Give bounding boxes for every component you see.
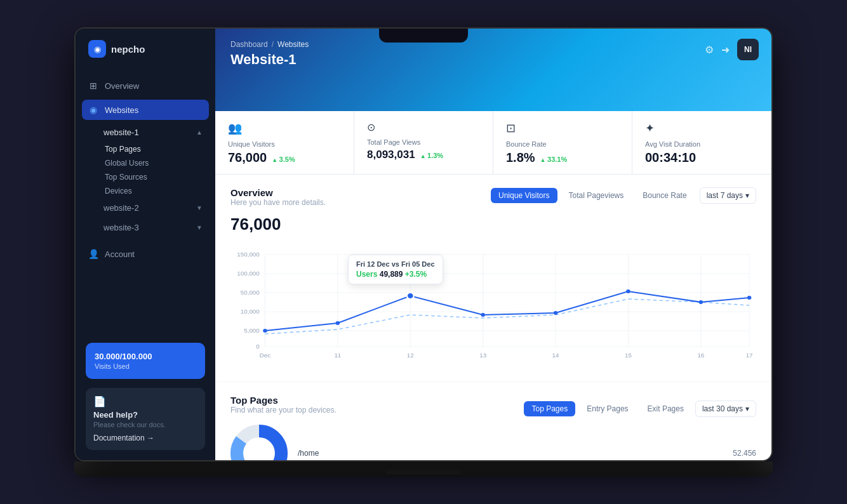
avg-duration-value: 00:34:10 — [645, 150, 696, 165]
sidebar-item-account[interactable]: 👤 Account — [76, 242, 215, 265]
page-name: /home — [298, 449, 319, 458]
chart-tooltip: Fri 12 Dec vs Fri 05 Dec Users 49,889 +3… — [348, 255, 443, 284]
svg-text:12: 12 — [407, 352, 414, 359]
top-pages-header: Top Pages Find what are your top devices… — [230, 395, 756, 422]
svg-text:15: 15 — [625, 352, 632, 359]
users-icon: 👥 — [228, 121, 341, 135]
tab-exit-pages[interactable]: Exit Pages — [640, 401, 691, 416]
overview-subtitle: Here you have more details. — [230, 198, 326, 207]
breadcrumb: Dashboard / Websites — [230, 40, 756, 49]
stats-row: 👥 Unique Visitors 76,000 3.5% ⊙ Total Pa… — [215, 111, 771, 175]
sidebar-item-top-pages[interactable]: Top Pages — [96, 142, 215, 156]
page-list: /home 52.456 — [298, 445, 756, 461]
svg-point-26 — [699, 300, 704, 304]
help-doc-icon: 📄 — [93, 395, 197, 408]
bounce-rate-value: 1.8% — [506, 150, 535, 165]
website-1-item[interactable]: website-1 ▲ — [76, 123, 215, 142]
page-views-badge: 1.3% — [420, 152, 444, 159]
tooltip-users-label: Users — [356, 270, 377, 279]
breadcrumb-separator: / — [272, 40, 274, 49]
logo-icon: ◉ — [88, 40, 106, 58]
account-label: Account — [105, 249, 135, 259]
pages-time-filter[interactable]: last 30 days ▾ — [695, 401, 756, 417]
svg-point-24 — [554, 311, 558, 315]
stat-value: 76,000 3.5% — [228, 150, 341, 165]
svg-text:150,000: 150,000 — [237, 251, 259, 258]
svg-text:13: 13 — [479, 352, 486, 359]
svg-text:100,000: 100,000 — [237, 270, 259, 277]
chart-container: 150,000 100,000 50,000 10,000 5,000 0 — [230, 242, 756, 369]
breadcrumb-home[interactable]: Dashboard — [230, 40, 268, 49]
tab-entry-pages[interactable]: Entry Pages — [579, 401, 636, 416]
svg-point-25 — [626, 289, 630, 293]
sidebar-item-top-sources[interactable]: Top Sources — [96, 170, 215, 184]
docs-link[interactable]: Documentation → — [93, 434, 197, 442]
grid-icon: ⊞ — [88, 81, 98, 91]
svg-point-28 — [407, 293, 414, 299]
breadcrumb-current: Websites — [277, 40, 309, 49]
main-content: Dashboard / Websites Website-1 ⚙ ➜ NI 👥 — [215, 29, 771, 460]
stat-unique-visitors: 👥 Unique Visitors 76,000 3.5% — [215, 111, 354, 174]
help-sub: Please check our docs. — [93, 421, 197, 428]
pages-row: /home 52.456 — [230, 425, 756, 460]
svg-text:10,000: 10,000 — [241, 308, 260, 315]
circle-icon: ◉ — [88, 105, 98, 115]
help-title: Need help? — [93, 410, 197, 420]
logout-button[interactable]: ➜ — [721, 44, 730, 56]
svg-text:0: 0 — [256, 343, 259, 350]
page-header: Dashboard / Websites Website-1 ⚙ ➜ NI — [215, 29, 771, 111]
overview-main-value: 76,000 — [230, 215, 756, 234]
logo: ◉ nepcho — [76, 29, 215, 69]
sidebar-item-websites[interactable]: ◉ Websites — [82, 100, 209, 120]
sidebar-item-global-users[interactable]: Global Users — [96, 156, 215, 170]
logo-text: nepcho — [111, 44, 145, 55]
website-2-item[interactable]: website-2 ▼ — [76, 198, 215, 218]
tab-top-pages[interactable]: Top Pages — [524, 401, 575, 416]
overview-tabs: Unique Visitors Total Pageviews Bounce R… — [491, 188, 695, 203]
top-pages-subtitle: Find what are your top devices. — [230, 406, 337, 414]
line-chart: 150,000 100,000 50,000 10,000 5,000 0 — [230, 242, 756, 369]
tab-total-pageviews[interactable]: Total Pageviews — [561, 188, 632, 203]
top-pages-title: Top Pages — [230, 395, 337, 406]
stat-label: Avg Visit Duration — [645, 140, 759, 148]
sidebar-bottom: 30.000/100.000 Visits Used 📄 Need help? … — [76, 333, 215, 460]
settings-button[interactable]: ⚙ — [705, 44, 714, 56]
chevron-down-icon: ▼ — [196, 204, 203, 211]
svg-point-23 — [481, 313, 485, 317]
svg-text:16: 16 — [697, 352, 704, 359]
page-count: 52.456 — [733, 449, 756, 458]
tab-bounce-rate[interactable]: Bounce Rate — [635, 188, 694, 203]
top-pages-tabs: Top Pages Entry Pages Exit Pages — [524, 401, 691, 416]
dropdown-arrow-icon: ▾ — [745, 404, 749, 413]
pageviews-icon: ⊙ — [367, 121, 480, 133]
svg-text:17: 17 — [746, 352, 753, 359]
account-icon: 👤 — [88, 249, 98, 259]
stat-page-views: ⊙ Total Page Views 8,093,031 1.3% — [354, 111, 493, 174]
svg-point-21 — [336, 321, 340, 325]
time-filter-dropdown[interactable]: last 7 days ▾ — [700, 187, 756, 204]
svg-text:50,000: 50,000 — [241, 289, 260, 296]
visits-card: 30.000/100.000 Visits Used — [86, 343, 205, 379]
chevron-down-icon: ▼ — [196, 224, 203, 231]
tab-unique-visitors[interactable]: Unique Visitors — [491, 188, 557, 203]
stat-value: 00:34:10 — [645, 150, 759, 165]
user-avatar: NI — [737, 39, 759, 60]
sidebar-item-devices[interactable]: Devices — [96, 184, 215, 198]
bounce-rate-badge: 33.1% — [540, 156, 568, 163]
sidebar-nav: ⊞ Overview ◉ Websites website-1 ▲ Top — [76, 69, 215, 333]
sidebar-item-label: Overview — [105, 81, 139, 91]
tooltip-users-value: 49,889 — [380, 270, 403, 279]
website-3-item[interactable]: website-3 ▼ — [76, 218, 215, 237]
dropdown-arrow-icon: ▾ — [745, 191, 749, 200]
website-2-label: website-2 — [103, 203, 139, 213]
pie-chart — [230, 425, 288, 460]
website-1-subnav: Top Pages Global Users Top Sources Devic… — [96, 142, 215, 198]
page-title: Website-1 — [230, 51, 756, 68]
sidebar: ◉ nepcho ⊞ Overview ◉ Websites — [76, 29, 215, 460]
svg-point-20 — [263, 329, 267, 333]
sidebar-item-overview[interactable]: ⊞ Overview — [76, 74, 215, 97]
help-card: 📄 Need help? Please check our docs. Docu… — [86, 388, 205, 450]
tooltip-change: +3.5% — [405, 270, 427, 279]
website-1-label: website-1 — [103, 128, 139, 137]
visits-value: 30.000/100.000 — [95, 352, 196, 361]
